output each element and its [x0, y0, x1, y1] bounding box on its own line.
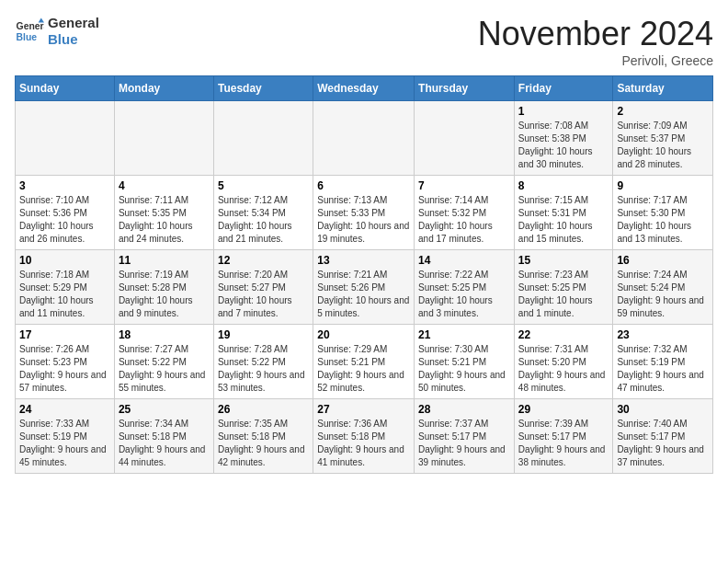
- day-info: Sunrise: 7:17 AM Sunset: 5:30 PM Dayligh…: [617, 194, 709, 246]
- calendar-week-row: 24Sunrise: 7:33 AM Sunset: 5:19 PM Dayli…: [16, 399, 713, 474]
- day-number: 3: [19, 179, 110, 192]
- day-info: Sunrise: 7:36 AM Sunset: 5:18 PM Dayligh…: [317, 418, 410, 469]
- calendar-cell: 14Sunrise: 7:22 AM Sunset: 5:25 PM Dayli…: [415, 250, 515, 325]
- day-number: 29: [518, 403, 609, 416]
- day-number: 6: [317, 179, 410, 192]
- day-info: Sunrise: 7:28 AM Sunset: 5:22 PM Dayligh…: [218, 343, 309, 395]
- weekday-header: Monday: [114, 76, 213, 101]
- calendar-cell: 15Sunrise: 7:23 AM Sunset: 5:25 PM Dayli…: [514, 250, 613, 325]
- day-info: Sunrise: 7:21 AM Sunset: 5:26 PM Dayligh…: [317, 269, 410, 320]
- weekday-header: Tuesday: [213, 76, 313, 101]
- calendar-cell: 6Sunrise: 7:13 AM Sunset: 5:33 PM Daylig…: [313, 176, 415, 250]
- calendar-cell: 1Sunrise: 7:08 AM Sunset: 5:38 PM Daylig…: [514, 101, 613, 176]
- weekday-header: Saturday: [613, 76, 713, 101]
- day-number: 16: [617, 254, 709, 267]
- calendar-cell: 16Sunrise: 7:24 AM Sunset: 5:24 PM Dayli…: [613, 250, 713, 325]
- calendar-cell: [213, 101, 313, 176]
- day-number: 26: [218, 403, 309, 416]
- day-number: 13: [317, 254, 410, 267]
- calendar-cell: [16, 101, 115, 176]
- calendar-week-row: 17Sunrise: 7:26 AM Sunset: 5:23 PM Dayli…: [16, 325, 713, 399]
- logo-blue: Blue: [48, 31, 99, 48]
- day-number: 5: [218, 179, 309, 192]
- calendar-cell: [415, 101, 515, 176]
- day-number: 9: [617, 179, 709, 192]
- day-info: Sunrise: 7:23 AM Sunset: 5:25 PM Dayligh…: [518, 269, 609, 320]
- calendar-cell: 24Sunrise: 7:33 AM Sunset: 5:19 PM Dayli…: [16, 399, 115, 474]
- day-info: Sunrise: 7:24 AM Sunset: 5:24 PM Dayligh…: [617, 269, 709, 320]
- day-info: Sunrise: 7:35 AM Sunset: 5:18 PM Dayligh…: [218, 418, 309, 469]
- day-info: Sunrise: 7:14 AM Sunset: 5:32 PM Dayligh…: [418, 194, 510, 246]
- calendar-cell: 3Sunrise: 7:10 AM Sunset: 5:36 PM Daylig…: [16, 176, 115, 250]
- logo-icon: General Blue: [15, 17, 44, 46]
- day-number: 23: [617, 328, 709, 341]
- day-number: 30: [617, 403, 709, 416]
- day-number: 15: [518, 254, 609, 267]
- day-number: 4: [119, 179, 210, 192]
- month-title: November 2024: [478, 15, 713, 53]
- calendar-cell: 29Sunrise: 7:39 AM Sunset: 5:17 PM Dayli…: [514, 399, 613, 474]
- calendar-cell: 9Sunrise: 7:17 AM Sunset: 5:30 PM Daylig…: [613, 176, 713, 250]
- logo: General Blue General Blue: [15, 15, 99, 48]
- calendar-cell: 19Sunrise: 7:28 AM Sunset: 5:22 PM Dayli…: [213, 325, 313, 399]
- day-info: Sunrise: 7:22 AM Sunset: 5:25 PM Dayligh…: [418, 269, 510, 320]
- calendar-cell: 10Sunrise: 7:18 AM Sunset: 5:29 PM Dayli…: [16, 250, 115, 325]
- day-info: Sunrise: 7:39 AM Sunset: 5:17 PM Dayligh…: [518, 418, 609, 469]
- day-number: 1: [518, 105, 609, 118]
- calendar-cell: 23Sunrise: 7:32 AM Sunset: 5:19 PM Dayli…: [613, 325, 713, 399]
- calendar-week-row: 3Sunrise: 7:10 AM Sunset: 5:36 PM Daylig…: [16, 176, 713, 250]
- calendar-cell: 25Sunrise: 7:34 AM Sunset: 5:18 PM Dayli…: [114, 399, 213, 474]
- day-info: Sunrise: 7:18 AM Sunset: 5:29 PM Dayligh…: [19, 269, 110, 320]
- day-info: Sunrise: 7:19 AM Sunset: 5:28 PM Dayligh…: [119, 269, 210, 320]
- calendar-cell: 12Sunrise: 7:20 AM Sunset: 5:27 PM Dayli…: [213, 250, 313, 325]
- calendar-cell: 22Sunrise: 7:31 AM Sunset: 5:20 PM Dayli…: [514, 325, 613, 399]
- day-number: 12: [218, 254, 309, 267]
- day-info: Sunrise: 7:15 AM Sunset: 5:31 PM Dayligh…: [518, 194, 609, 246]
- day-info: Sunrise: 7:20 AM Sunset: 5:27 PM Dayligh…: [218, 269, 309, 320]
- calendar-cell: 18Sunrise: 7:27 AM Sunset: 5:22 PM Dayli…: [114, 325, 213, 399]
- calendar-cell: 11Sunrise: 7:19 AM Sunset: 5:28 PM Dayli…: [114, 250, 213, 325]
- page-header: General Blue General Blue November 2024 …: [15, 15, 713, 68]
- weekday-header: Friday: [514, 76, 613, 101]
- day-number: 24: [19, 403, 110, 416]
- calendar-cell: [313, 101, 415, 176]
- day-number: 28: [418, 403, 510, 416]
- day-info: Sunrise: 7:12 AM Sunset: 5:34 PM Dayligh…: [218, 194, 309, 246]
- title-area: November 2024 Perivoli, Greece: [478, 15, 713, 68]
- day-info: Sunrise: 7:31 AM Sunset: 5:20 PM Dayligh…: [518, 343, 609, 395]
- calendar-cell: 17Sunrise: 7:26 AM Sunset: 5:23 PM Dayli…: [16, 325, 115, 399]
- calendar-cell: 13Sunrise: 7:21 AM Sunset: 5:26 PM Dayli…: [313, 250, 415, 325]
- calendar-week-row: 10Sunrise: 7:18 AM Sunset: 5:29 PM Dayli…: [16, 250, 713, 325]
- day-number: 14: [418, 254, 510, 267]
- day-info: Sunrise: 7:13 AM Sunset: 5:33 PM Dayligh…: [317, 194, 410, 246]
- day-number: 17: [19, 328, 110, 341]
- day-number: 22: [518, 328, 609, 341]
- day-info: Sunrise: 7:08 AM Sunset: 5:38 PM Dayligh…: [518, 120, 609, 171]
- day-info: Sunrise: 7:30 AM Sunset: 5:21 PM Dayligh…: [418, 343, 510, 395]
- calendar-cell: 30Sunrise: 7:40 AM Sunset: 5:17 PM Dayli…: [613, 399, 713, 474]
- calendar-cell: 21Sunrise: 7:30 AM Sunset: 5:21 PM Dayli…: [415, 325, 515, 399]
- calendar-cell: 28Sunrise: 7:37 AM Sunset: 5:17 PM Dayli…: [415, 399, 515, 474]
- weekday-header-row: SundayMondayTuesdayWednesdayThursdayFrid…: [16, 76, 713, 101]
- day-info: Sunrise: 7:10 AM Sunset: 5:36 PM Dayligh…: [19, 194, 110, 246]
- day-number: 2: [617, 105, 709, 118]
- day-number: 7: [418, 179, 510, 192]
- calendar-cell: 20Sunrise: 7:29 AM Sunset: 5:21 PM Dayli…: [313, 325, 415, 399]
- day-info: Sunrise: 7:32 AM Sunset: 5:19 PM Dayligh…: [617, 343, 709, 395]
- day-info: Sunrise: 7:34 AM Sunset: 5:18 PM Dayligh…: [119, 418, 210, 469]
- calendar-cell: 7Sunrise: 7:14 AM Sunset: 5:32 PM Daylig…: [415, 176, 515, 250]
- calendar-week-row: 1Sunrise: 7:08 AM Sunset: 5:38 PM Daylig…: [16, 101, 713, 176]
- day-info: Sunrise: 7:40 AM Sunset: 5:17 PM Dayligh…: [617, 418, 709, 469]
- day-number: 10: [19, 254, 110, 267]
- day-number: 27: [317, 403, 410, 416]
- calendar-cell: 4Sunrise: 7:11 AM Sunset: 5:35 PM Daylig…: [114, 176, 213, 250]
- calendar-cell: 26Sunrise: 7:35 AM Sunset: 5:18 PM Dayli…: [213, 399, 313, 474]
- logo-general: General: [48, 15, 99, 31]
- day-number: 19: [218, 328, 309, 341]
- day-info: Sunrise: 7:33 AM Sunset: 5:19 PM Dayligh…: [19, 418, 110, 469]
- day-number: 8: [518, 179, 609, 192]
- calendar-cell: [114, 101, 213, 176]
- day-info: Sunrise: 7:26 AM Sunset: 5:23 PM Dayligh…: [19, 343, 110, 395]
- svg-marker-2: [39, 18, 44, 23]
- day-info: Sunrise: 7:27 AM Sunset: 5:22 PM Dayligh…: [119, 343, 210, 395]
